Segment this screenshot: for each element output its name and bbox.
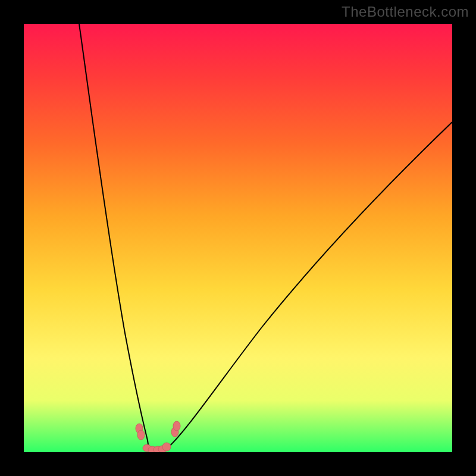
right-branch-curve [165, 122, 452, 450]
marker-dot [173, 421, 180, 431]
marker-dot [162, 443, 171, 451]
watermark-text: TheBottleneck.com [342, 4, 469, 20]
plot-area [24, 24, 452, 452]
curve-layer [24, 24, 452, 452]
chart-frame: TheBottleneck.com [0, 0, 476, 476]
left-branch-curve [79, 24, 149, 449]
valley-markers [136, 421, 180, 452]
marker-dot [137, 430, 145, 440]
